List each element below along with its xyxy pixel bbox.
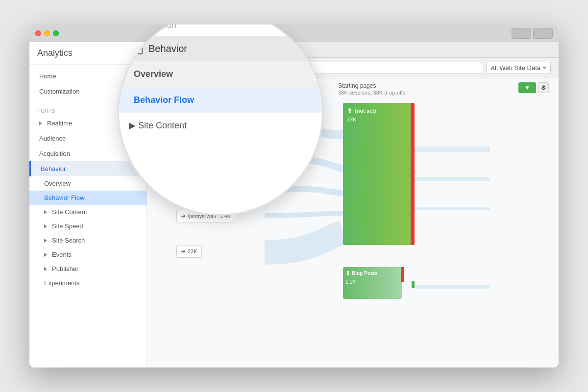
blog-value: 1.1K — [345, 279, 356, 285]
mag-overview-item[interactable]: Overview — [119, 61, 322, 87]
sidebar-item-behavior[interactable]: Behavior — [29, 161, 147, 176]
mag-behavior-label: Behavior — [148, 43, 187, 54]
magnifier-content: Acquisition Behavior Overview Behavior F… — [119, 24, 322, 214]
gear-icon: ⚙ — [541, 84, 546, 91]
expand-icon — [44, 239, 47, 243]
block-value: 37K — [347, 117, 408, 122]
expand-icon — [44, 224, 47, 228]
blog-label: Blog Posts — [352, 270, 377, 276]
window-btn-2[interactable] — [533, 28, 553, 39]
screenshot-wrapper: Analytics Home Customization PORTS Realt… — [29, 24, 559, 368]
close-button[interactable] — [35, 30, 41, 36]
property-dropdown[interactable]: All Web Site Data — [486, 62, 551, 74]
sidebar-item-behavior-flow[interactable]: Behavior Flow — [29, 191, 147, 205]
expand-icon — [44, 253, 47, 257]
sidebar-item-site-content[interactable]: Site Content — [29, 205, 147, 219]
flow-node-5[interactable]: ➜ 22K — [176, 245, 202, 258]
expand-icon — [44, 210, 47, 214]
block-label: (not set) — [355, 108, 376, 114]
main-green-block[interactable]: ⬆ (not set) 37K ⬇ — [343, 103, 412, 245]
mag-site-content-item[interactable]: ▶ Site Content — [119, 113, 322, 138]
window-buttons — [512, 28, 553, 39]
sidebar-item-publisher[interactable]: Publisher — [29, 262, 147, 276]
arrow-icon: ➜ — [181, 248, 186, 255]
segment-dropdown[interactable]: ▼ — [518, 82, 536, 93]
arrow-icon: ➜ — [181, 213, 186, 220]
sidebar-item-site-search[interactable]: Site Search — [29, 233, 147, 247]
drop-off-icon: ⬇ — [411, 167, 416, 174]
blog-block[interactable]: ⬆ Blog Posts 1.1K — [343, 267, 402, 299]
sidebar-item-site-speed[interactable]: Site Speed — [29, 219, 147, 233]
svg-rect-0 — [412, 281, 415, 288]
blog-drop-off-strip — [401, 267, 404, 282]
maximize-button[interactable] — [53, 30, 59, 36]
sidebar-item-experiments[interactable]: Experiments — [29, 276, 147, 290]
flow-toolbar: ▼ ⚙ — [518, 82, 549, 93]
starting-pages-label: Starting pages 38K sessions, 38K drop-of… — [338, 82, 405, 96]
sidebar-item-events[interactable]: Events — [29, 247, 147, 262]
settings-button[interactable]: ⚙ — [538, 82, 549, 93]
traffic-lights — [35, 30, 59, 36]
chevron-down-icon — [542, 67, 546, 69]
sidebar-item-overview[interactable]: Overview — [29, 176, 147, 191]
expand-icon — [39, 122, 42, 125]
expand-icon — [44, 267, 47, 271]
mag-behavior-row[interactable]: Behavior — [119, 36, 322, 61]
behavior-icon — [129, 44, 143, 54]
title-bar — [29, 24, 559, 42]
mag-behavior-flow-item[interactable]: Behavior Flow — [119, 87, 322, 113]
window-btn-1[interactable] — [512, 28, 531, 39]
minimize-button[interactable] — [44, 30, 50, 36]
